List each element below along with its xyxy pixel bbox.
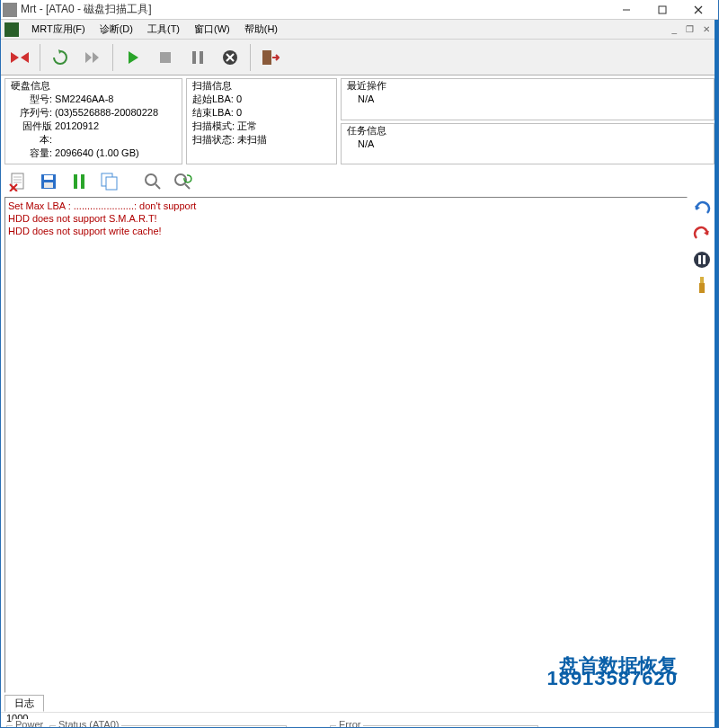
serial-value: (03)5526888-20080228 [55, 106, 158, 120]
redo-button[interactable] [691, 224, 713, 245]
app-icon [3, 3, 17, 17]
serial-label: 序列号: [11, 106, 52, 120]
scan-state-value: 未扫描 [237, 133, 267, 146]
status-legend: Status (ATA0) [56, 719, 121, 728]
find-refresh-button[interactable] [170, 168, 197, 195]
undo-icon [693, 200, 711, 218]
stop-icon [159, 51, 172, 64]
firmware-value: 20120912 [55, 120, 99, 146]
log-output[interactable]: Set Max LBA : ......................: do… [4, 197, 688, 693]
fast-forward-icon [84, 50, 102, 65]
svg-rect-31 [700, 277, 704, 283]
svg-line-25 [155, 184, 160, 189]
window-edge [715, 20, 718, 727]
play-button[interactable] [118, 42, 148, 73]
side-pause-button[interactable] [691, 249, 713, 271]
start-lba-label: 起始LBA: [192, 93, 234, 106]
copy-icon [100, 172, 120, 191]
disk-info-panel: 硬盘信息 型号: SM2246AA-8 序列号: (03)5526888-200… [4, 78, 182, 164]
mdi-close-icon[interactable]: ✕ [698, 24, 715, 34]
menu-tools[interactable]: 工具(T) [140, 21, 187, 38]
power-legend: Power [13, 719, 46, 728]
watermark: 盘首数据恢复 18913587620 [546, 660, 678, 685]
pause-log-button[interactable] [66, 168, 93, 195]
mdi-minimize-icon[interactable]: _ [667, 24, 681, 34]
cancel-button[interactable] [215, 42, 245, 73]
close-button[interactable] [680, 1, 716, 19]
svg-rect-29 [698, 255, 701, 264]
menu-diagnose[interactable]: 诊断(D) [93, 21, 140, 38]
undo-button[interactable] [691, 199, 713, 220]
magnifier-refresh-icon [173, 173, 193, 191]
log-line: Set Max LBA : ......................: do… [8, 200, 684, 212]
play-icon [127, 50, 139, 65]
end-lba-label: 结束LBA: [192, 106, 234, 120]
window-title: Mrt - [ATA0 - 磁盘扫描工具] [21, 2, 608, 17]
pause-circle-icon [693, 251, 711, 269]
svg-rect-18 [44, 175, 53, 180]
svg-rect-21 [81, 174, 84, 189]
svg-rect-32 [699, 283, 705, 293]
detect-button[interactable] [4, 42, 35, 73]
watermark-phone: 18913587620 [546, 672, 678, 685]
door-exit-icon [262, 49, 280, 66]
pause-icon [191, 50, 204, 65]
task-info-value: N/A [347, 138, 708, 151]
stop-button[interactable] [150, 42, 181, 73]
recent-op-value: N/A [347, 93, 708, 106]
scan-info-legend: 扫描信息 [192, 79, 331, 93]
status-bar: Power ON Status (ATA0) BSY DRD DWF DSC D… [1, 724, 718, 728]
capacity-value: 2096640 (1.00 GB) [55, 146, 139, 160]
maximize-button[interactable] [644, 1, 680, 19]
scan-state-label: 扫描状态: [192, 133, 235, 146]
svg-rect-5 [192, 51, 196, 64]
svg-rect-23 [106, 177, 117, 190]
refresh-button[interactable] [45, 42, 75, 73]
tab-log[interactable]: 日志 [4, 695, 44, 712]
menu-help[interactable]: 帮助(H) [237, 21, 285, 38]
menu-app-icon [4, 22, 19, 37]
scan-info-panel: 扫描信息 起始LBA: 0 结束LBA: 0 扫描模式: 正常 扫描状态: 未扫… [186, 78, 337, 164]
svg-line-27 [185, 184, 190, 189]
tool-button[interactable] [691, 274, 713, 296]
recent-op-panel: 最近操作 N/A [341, 78, 715, 120]
svg-rect-6 [200, 51, 203, 64]
minimize-button[interactable] [608, 1, 644, 19]
pause-icon [73, 173, 85, 190]
save-log-button[interactable] [35, 168, 62, 195]
menu-window[interactable]: 窗口(W) [187, 21, 237, 38]
magnifier-icon [144, 173, 162, 191]
exit-button[interactable] [255, 42, 286, 73]
error-legend: Error [336, 719, 363, 728]
toolbar-separator [250, 44, 251, 71]
find-button[interactable] [139, 168, 166, 195]
toolbar-separator [112, 44, 113, 71]
capacity-label: 容量: [11, 146, 52, 160]
disk-info-legend: 硬盘信息 [11, 79, 176, 93]
svg-rect-1 [659, 6, 666, 13]
bowtie-icon [10, 50, 30, 65]
fast-forward-button[interactable] [77, 42, 108, 73]
log-line: HDD does not support write cache! [8, 225, 684, 237]
toolbar-separator [40, 44, 40, 71]
model-value: SM2246AA-8 [55, 93, 113, 106]
model-label: 型号: [11, 93, 52, 106]
menu-app[interactable]: MRT应用(F) [24, 21, 93, 38]
toolbar [1, 40, 718, 75]
title-bar: Mrt - [ATA0 - 磁盘扫描工具] [1, 0, 718, 20]
clear-log-button[interactable] [4, 168, 31, 195]
log-action-bar [1, 164, 718, 197]
task-info-legend: 任务信息 [347, 124, 708, 138]
tool-icon [694, 275, 710, 295]
svg-rect-20 [74, 174, 77, 189]
end-lba-value: 0 [236, 106, 242, 120]
svg-rect-19 [44, 182, 53, 188]
recent-op-legend: 最近操作 [347, 79, 708, 93]
copy-log-button[interactable] [96, 168, 123, 195]
svg-rect-4 [160, 52, 171, 63]
scan-mode-value: 正常 [237, 120, 257, 133]
mdi-restore-icon[interactable]: ❐ [681, 24, 698, 34]
svg-rect-10 [262, 50, 271, 65]
redo-icon [693, 226, 711, 244]
pause-button[interactable] [182, 42, 213, 73]
